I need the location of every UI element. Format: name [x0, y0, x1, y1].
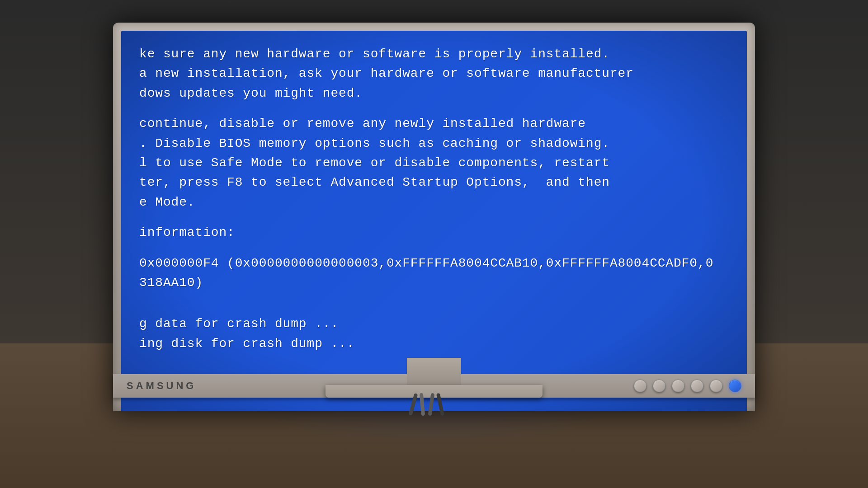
cable-2 — [420, 393, 425, 416]
bsod-spacer-4 — [139, 292, 729, 303]
cable-1 — [409, 393, 418, 416]
bsod-line-4: continue, disable or remove any newly in… — [139, 114, 729, 133]
monitor-button-1[interactable] — [634, 380, 646, 392]
bsod-line-dump-2: ing disk for crash dump ... — [139, 334, 729, 353]
bsod-line-error-code-2: 318AA10) — [139, 273, 729, 292]
monitor-button-3[interactable] — [672, 380, 684, 392]
bsod-line-5: . Disable BIOS memory options such as ca… — [139, 134, 729, 153]
bsod-spacer-5 — [139, 303, 729, 314]
bsod-spacer-2 — [139, 212, 729, 223]
bsod-line-2: a new installation, ask your hardware or… — [139, 64, 729, 83]
monitor-brand-label: SAMSUNG — [127, 380, 196, 392]
cable-3 — [428, 393, 435, 416]
bsod-line-error-code: 0x000000F4 (0x0000000000000003,0xFFFFFFA… — [139, 253, 729, 273]
bsod-line-dump-1: g data for crash dump ... — [139, 314, 729, 333]
bsod-line-1: ke sure any new hardware or software is … — [139, 44, 729, 64]
room-background: ke sure any new hardware or software is … — [0, 0, 868, 488]
bsod-screen: ke sure any new hardware or software is … — [121, 31, 747, 411]
monitor-button-5[interactable] — [710, 380, 722, 392]
monitor-button-2[interactable] — [653, 380, 665, 392]
monitor-button-6-power[interactable] — [729, 380, 741, 392]
bsod-text-block: ke sure any new hardware or software is … — [139, 44, 729, 353]
cable-area — [344, 393, 524, 416]
monitor-stand-neck — [407, 358, 461, 385]
monitor-bezel: ke sure any new hardware or software is … — [121, 31, 747, 411]
monitor-casing: ke sure any new hardware or software is … — [113, 23, 755, 411]
bsod-line-6: l to use Safe Mode to remove or disable … — [139, 153, 729, 173]
bsod-line-7: ter, press F8 to select Advanced Startup… — [139, 173, 729, 192]
bsod-line-info: information: — [139, 223, 729, 242]
bsod-spacer-3 — [139, 243, 729, 253]
bsod-spacer-1 — [139, 103, 729, 114]
bsod-line-3: dows updates you might need. — [139, 84, 729, 103]
bsod-line-8: e Mode. — [139, 192, 729, 212]
monitor-buttons-group — [634, 380, 741, 392]
monitor-button-4[interactable] — [691, 380, 703, 392]
cable-4 — [436, 393, 444, 416]
